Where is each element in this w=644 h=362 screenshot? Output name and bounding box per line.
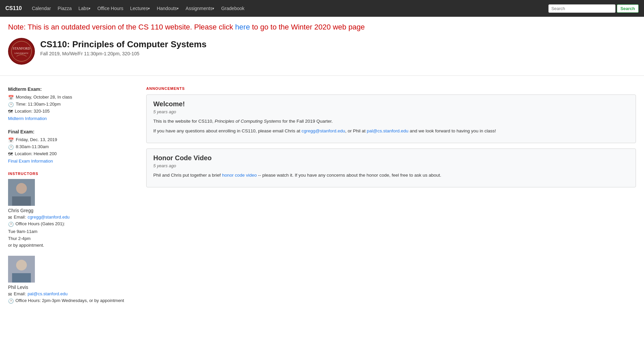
announcement-2-time: 5 years ago [153,163,629,168]
svg-text:STANFORD: STANFORD [13,47,30,50]
email-icon-1: ✉ [8,215,12,220]
calendar-icon: 📅 [8,95,14,100]
midterm-info-link[interactable]: Midterm Information [8,116,47,121]
instructor-1-hours-label: Office Hours (Gates 201): [15,221,65,226]
announcement-2-title: Honor Code Video [153,154,629,162]
search-input[interactable] [548,4,615,13]
page-subtitle: Fall 2019, Mo/We/Fr 11:30pm-1:20pm, 320-… [40,51,207,56]
announcement-1-email-link-1[interactable]: cgregg@stanford.edu [302,128,345,133]
banner-link[interactable]: here [235,23,250,31]
outdated-banner: Note: This is an outdated version of the… [0,17,644,38]
instructor-1-email-row: ✉ Email: cgregg@stanford.edu [8,215,136,220]
header-divider [0,75,644,76]
final-location: Location: Hewlett 200 [15,151,57,156]
announcement-1-title: Welcome! [153,100,629,108]
announcement-1-body-italic: Principles of Computing Systems [215,119,281,124]
announcement-1-body2-before: If you have any questions about enrollin… [153,128,302,133]
svg-point-0 [9,39,34,64]
final-time: 8:30am-11:30am [16,144,49,149]
navbar-brand[interactable]: CS110 [5,5,22,11]
instructor-1-photo [8,179,35,206]
banner-text-before: Note: This is an outdated version of the… [8,23,235,31]
announcement-1-body2-middle: , or Phil at [345,128,367,133]
announcement-1-body: This is the website for CS110, Principle… [153,118,629,135]
nav-assignments[interactable]: Assignments [182,0,218,17]
announcement-1-body2-end: and we look forward to having you in cla… [409,128,496,133]
navbar: CS110 Calendar Piazza Labs Office Hours … [0,0,644,17]
announcements-label: ANNOUNCEMENTS [146,86,636,90]
svg-point-9 [16,260,27,270]
announcements-section: ANNOUNCEMENTS Welcome! 5 years ago This … [146,86,636,312]
midterm-section: Midterm Exam: 📅 Monday, October 28, In c… [8,86,136,121]
announcement-honor-code: Honor Code Video 5 years ago Phil and Ch… [146,148,636,187]
header-text: CS110: Principles of Computer Systems Fa… [40,38,207,56]
svg-rect-11 [12,273,31,283]
final-location-row: 🗺 Location: Hewlett 200 [8,151,136,157]
announcement-1-email-link-2[interactable]: pal@cs.stanford.edu [367,128,409,133]
search-button[interactable]: Search [617,4,639,13]
midterm-time: Time: 11:30am-1:20pm [16,102,61,107]
midterm-title: Midterm Exam: [8,86,136,92]
instructor-1-name: Chris Gregg [8,208,136,213]
instructors-section: INSTRUCTORS Chris Gregg ✉ Email: cgregg@… [8,172,136,304]
page-title: CS110: Principles of Computer Systems [40,39,207,50]
final-info-link[interactable]: Final Exam Information [8,159,53,164]
instructor-2-email-row: ✉ Email: pal@cs.stanford.edu [8,291,136,297]
final-time-row: 🕐 8:30am-11:30am [8,144,136,150]
calendar-icon-2: 📅 [8,137,14,143]
sidebar: Midterm Exam: 📅 Monday, October 28, In c… [8,86,136,312]
clock-icon: 🕐 [8,102,14,107]
instructor-1-email-label: Email: [14,215,26,220]
instructor-2-email-label: Email: [14,291,26,296]
instructor-2-hours-label: Office Hours: 2pm-3pm Wednesdays, or by … [15,298,124,303]
main-container: Midterm Exam: 📅 Monday, October 28, In c… [0,81,644,317]
clock-icon-4: 🕐 [8,298,14,304]
nav-handouts[interactable]: Handouts [153,0,182,17]
midterm-location-row: 🗺 Location: 320-105 [8,109,136,114]
banner-text-after: to go to the Winter 2020 web page [250,23,365,31]
nav-calendar[interactable]: Calendar [29,0,54,17]
svg-text:UNIVERSITY: UNIVERSITY [14,52,29,55]
announcement-2-body-before: Phil and Chris put together a brief [153,173,222,178]
instructor-2-photo [8,256,35,283]
final-date: Friday, Dec. 13, 2019 [16,137,57,142]
instructor-2-hours-row: 🕐 Office Hours: 2pm-3pm Wednesdays, or b… [8,298,136,304]
final-date-row: 📅 Friday, Dec. 13, 2019 [8,137,136,143]
nav-lectures[interactable]: Lectures [127,0,154,17]
instructor-2-email-link[interactable]: pal@cs.stanford.edu [28,291,67,296]
instructor-1: Chris Gregg ✉ Email: cgregg@stanford.edu… [8,179,136,249]
announcement-1-body-end: for the Fall 2019 Quarter. [281,119,333,124]
announcement-1-time: 5 years ago [153,109,629,114]
instructor-2: Phil Levis ✉ Email: pal@cs.stanford.edu … [8,256,136,304]
stanford-logo: STANFORD UNIVERSITY [8,38,35,65]
instructor-1-hours-detail: Tue 9am-11amThur 2-4pmor by appointment. [8,228,136,249]
instructor-2-name: Phil Levis [8,285,136,290]
header-section: STANFORD UNIVERSITY CS110: Principles of… [0,38,644,70]
midterm-date: Monday, October 28, In class [16,95,72,100]
instructor-1-hours-row: 🕐 Office Hours (Gates 201): [8,221,136,227]
nav-gradebook[interactable]: Gradebook [218,0,248,17]
honor-code-video-link[interactable]: honor code video [222,173,257,178]
midterm-location: Location: 320-105 [15,109,50,114]
instructors-label: INSTRUCTORS [8,172,136,176]
nav-labs[interactable]: Labs [75,0,94,17]
midterm-date-row: 📅 Monday, October 28, In class [8,95,136,100]
announcement-welcome: Welcome! 5 years ago This is the website… [146,95,636,143]
svg-point-5 [16,183,27,194]
announcement-2-body: Phil and Chris put together a brief hono… [153,172,629,179]
final-title: Final Exam: [8,129,136,134]
nav-office-hours[interactable]: Office Hours [94,0,127,17]
midterm-time-row: 🕐 Time: 11:30am-1:20pm [8,102,136,107]
map-icon-2: 🗺 [8,152,13,157]
instructor-1-email-link[interactable]: cgregg@stanford.edu [28,215,69,220]
search-container: Search [548,4,639,13]
email-icon-2: ✉ [8,292,12,297]
clock-icon-2: 🕐 [8,144,14,150]
svg-rect-7 [12,196,31,206]
announcement-2-body-after: -- please watch it. If you have any conc… [257,173,441,178]
clock-icon-3: 🕐 [8,222,14,227]
announcement-1-body-intro: This is the website for CS110, [153,119,215,124]
map-icon: 🗺 [8,109,13,114]
final-section: Final Exam: 📅 Friday, Dec. 13, 2019 🕐 8:… [8,129,136,164]
nav-piazza[interactable]: Piazza [54,0,75,17]
